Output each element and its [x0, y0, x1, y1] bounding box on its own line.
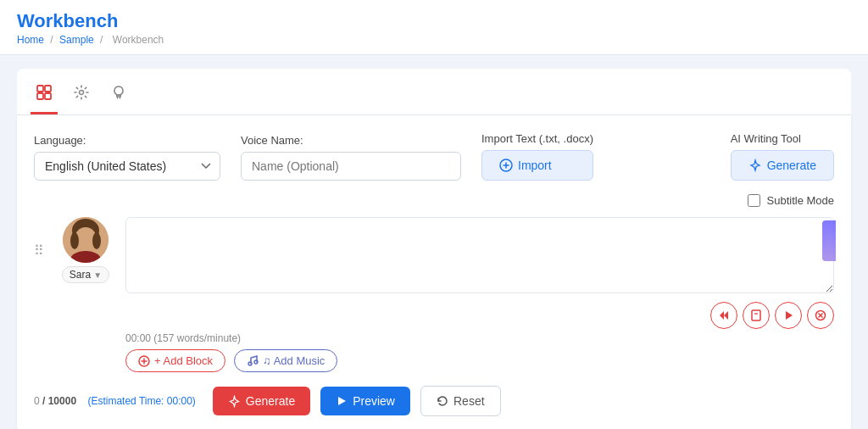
language-select[interactable]: English (United States): [34, 152, 220, 181]
subtitle-label: Subtitle Mode: [767, 194, 835, 207]
char-count-max: / 10000: [42, 395, 76, 407]
svg-rect-1: [45, 86, 51, 92]
word-count: 00:00 (157 words/minute): [125, 332, 834, 344]
page-title: Workbench: [17, 10, 851, 32]
voice-name-group: Voice Name:: [241, 134, 461, 181]
estimated-time: (Estimated Time: 00:00): [87, 395, 195, 407]
svg-rect-19: [752, 310, 760, 320]
svg-point-16: [92, 232, 101, 249]
player-controls: [125, 302, 834, 329]
add-music-button[interactable]: ♫ Add Music: [234, 349, 337, 372]
import-label: Import Text (.txt, .docx): [481, 132, 593, 145]
plus-circle-icon: [499, 159, 513, 172]
generate-icon: [228, 395, 241, 408]
lightbulb-icon: [110, 84, 127, 105]
header: Workbench Home / Sample / Workbench: [0, 0, 868, 55]
breadcrumb-sample[interactable]: Sample: [59, 34, 94, 46]
import-button[interactable]: Import: [481, 150, 593, 181]
avatar-image: [63, 217, 108, 263]
char-count: 0 / 10000 (Estimated Time: 00:00): [34, 395, 196, 407]
music-icon: [247, 355, 259, 367]
preview-icon: [336, 395, 348, 407]
ai-writing-group: AI Writing Tool Generate: [731, 132, 834, 181]
voice-name-input[interactable]: [241, 152, 461, 181]
ai-writing-label: AI Writing Tool: [731, 132, 834, 145]
play-icon: [782, 309, 794, 321]
language-label: Language:: [34, 134, 220, 147]
rewind-icon: [718, 309, 730, 321]
settings-icon: [73, 84, 90, 105]
right-edge-indicator: [822, 220, 836, 261]
editor-row: ⠿: [34, 217, 834, 379]
svg-marker-17: [720, 311, 724, 320]
subtitle-row: Subtitle Mode: [34, 194, 834, 207]
stop-button[interactable]: [807, 302, 834, 329]
reset-icon: [437, 395, 448, 407]
breadcrumb-current: Workbench: [113, 34, 164, 46]
tab-settings[interactable]: [68, 77, 95, 114]
svg-point-29: [254, 360, 258, 364]
svg-marker-18: [724, 311, 728, 320]
language-group: Language: English (United States): [34, 134, 220, 181]
rewind-button[interactable]: [710, 302, 737, 329]
svg-marker-21: [786, 311, 793, 320]
tab-lightbulb[interactable]: [105, 77, 132, 114]
add-block-row: + Add Block ♫ Add Music: [125, 349, 834, 372]
breadcrumb-home[interactable]: Home: [17, 34, 44, 46]
add-block-icon: [138, 355, 150, 367]
tab-bar: [17, 69, 851, 115]
ai-generate-button[interactable]: Generate: [731, 150, 834, 181]
bookmark-button[interactable]: [743, 302, 770, 329]
svg-rect-3: [45, 93, 51, 99]
preview-button[interactable]: Preview: [320, 387, 410, 415]
avatar-name-text: Sara: [70, 269, 91, 281]
avatar-dropdown-icon: ▼: [93, 270, 102, 280]
breadcrumb: Home / Sample / Workbench: [17, 34, 851, 46]
svg-point-4: [80, 91, 84, 95]
svg-marker-30: [338, 397, 346, 405]
avatar: [63, 217, 108, 263]
voice-name-label: Voice Name:: [241, 134, 461, 147]
footer-row: 0 / 10000 (Estimated Time: 00:00) Genera…: [34, 386, 834, 416]
char-count-current: 0: [34, 395, 40, 407]
grid-icon: [36, 84, 53, 105]
main-card: Language: English (United States) Voice …: [17, 115, 851, 429]
text-area-section: 00:00 (157 words/minute) + Add Block: [125, 217, 834, 379]
avatar-section: Sara ▼: [56, 217, 115, 283]
form-row: Language: English (United States) Voice …: [34, 132, 834, 181]
text-editor[interactable]: [125, 217, 834, 293]
svg-rect-2: [37, 93, 43, 99]
avatar-name-badge[interactable]: Sara ▼: [62, 266, 109, 283]
play-button[interactable]: [775, 302, 802, 329]
bookmark-icon: [750, 309, 762, 321]
generate-main-button[interactable]: Generate: [213, 387, 310, 415]
subtitle-checkbox[interactable]: [748, 194, 760, 207]
import-group: Import Text (.txt, .docx) Import: [481, 132, 593, 181]
main-content: Language: English (United States) Voice …: [0, 55, 868, 429]
svg-point-15: [70, 232, 79, 249]
svg-rect-0: [37, 86, 43, 92]
reset-button[interactable]: Reset: [420, 386, 501, 416]
drag-handle[interactable]: ⠿: [34, 242, 46, 259]
add-block-button[interactable]: + Add Block: [125, 349, 225, 372]
svg-point-28: [248, 362, 252, 365]
sparkle-icon: [748, 159, 762, 172]
stop-icon: [815, 309, 826, 321]
tab-grid[interactable]: [31, 77, 58, 114]
